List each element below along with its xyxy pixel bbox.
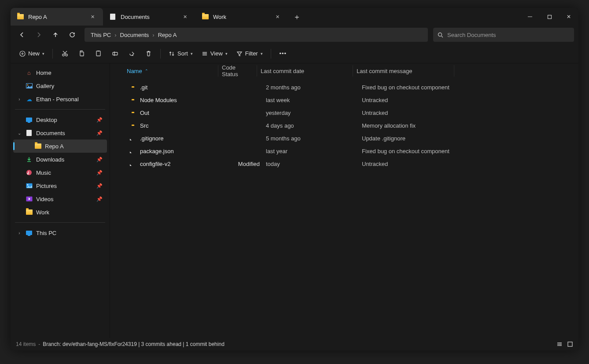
chevron-down-icon: ▾ bbox=[261, 51, 263, 56]
list-icon bbox=[556, 341, 563, 347]
search-icon bbox=[438, 32, 443, 38]
rename-button[interactable] bbox=[107, 47, 122, 61]
sidebar-item-videos[interactable]: Videos 📌 bbox=[13, 192, 107, 206]
table-row[interactable]: configfile-v2ModifiedtodayUntracked bbox=[110, 158, 578, 170]
cell-name: .git bbox=[140, 84, 226, 91]
view-button[interactable]: View ▾ bbox=[198, 47, 231, 61]
filter-icon bbox=[236, 51, 243, 57]
cell-date: today bbox=[266, 161, 362, 167]
maximize-button[interactable] bbox=[540, 8, 559, 26]
trash-icon bbox=[145, 50, 152, 57]
table-row[interactable]: Src4 days agoMemory allocation fix bbox=[110, 119, 578, 132]
breadcrumb-item[interactable]: Documents bbox=[118, 31, 151, 39]
column-code-status[interactable]: Code Status bbox=[218, 65, 257, 77]
sidebar-item-gallery[interactable]: Gallery bbox=[13, 79, 107, 92]
sidebar-item-home[interactable]: ⌂ Home bbox=[13, 66, 107, 79]
sort-icon bbox=[169, 51, 175, 57]
sidebar-item-label: Gallery bbox=[36, 83, 54, 89]
table-row[interactable]: Node Moduleslast weekUntracked bbox=[110, 94, 578, 107]
table-row[interactable]: package.jsonlast yearFixed bug on checko… bbox=[110, 145, 578, 158]
sort-button[interactable]: Sort ▾ bbox=[165, 47, 196, 61]
copy-button[interactable] bbox=[74, 47, 89, 61]
tab-close-button[interactable]: ✕ bbox=[272, 11, 283, 22]
sidebar-item-label: Home bbox=[36, 70, 52, 76]
sidebar-item-repo-a[interactable]: Repo A bbox=[13, 140, 107, 153]
sidebar-item-documents[interactable]: ⌄ Documents 📌 bbox=[13, 126, 107, 140]
tab-label: Work bbox=[213, 14, 268, 20]
table-row[interactable]: OutyesterdayUntracked bbox=[110, 107, 578, 119]
delete-button[interactable] bbox=[141, 47, 156, 61]
tab-documents[interactable]: Documents ✕ bbox=[103, 8, 195, 26]
minimize-button[interactable] bbox=[520, 8, 540, 26]
sidebar-item-pictures[interactable]: Pictures 📌 bbox=[13, 179, 107, 192]
pin-icon: 📌 bbox=[96, 117, 103, 123]
new-tab-button[interactable]: ＋ bbox=[288, 8, 306, 26]
cell-name: Src bbox=[140, 122, 226, 129]
details-view-button[interactable] bbox=[556, 341, 563, 347]
chevron-right-icon[interactable]: › bbox=[17, 231, 22, 235]
sidebar-item-music[interactable]: Music 📌 bbox=[13, 166, 107, 179]
column-last-commit-date[interactable]: Last commit date bbox=[257, 65, 353, 77]
svg-point-2 bbox=[438, 33, 442, 36]
table-row[interactable]: .gitignore5 months agoUpdate .gitignore bbox=[110, 132, 578, 145]
videos-icon bbox=[26, 195, 33, 202]
chevron-down-icon: ▾ bbox=[225, 51, 228, 56]
share-icon bbox=[129, 50, 135, 57]
sidebar-item-work[interactable]: Work bbox=[13, 206, 107, 219]
svg-rect-11 bbox=[80, 52, 84, 56]
desktop-icon bbox=[26, 116, 33, 123]
search-input[interactable] bbox=[447, 32, 570, 38]
breadcrumb[interactable]: This PC › Documents › Repo A bbox=[85, 28, 428, 42]
paste-button[interactable] bbox=[91, 47, 106, 61]
sidebar-item-label: Videos bbox=[36, 196, 54, 202]
rename-icon bbox=[112, 50, 118, 57]
refresh-button[interactable] bbox=[65, 28, 79, 42]
breadcrumb-item[interactable]: Repo A bbox=[156, 31, 179, 39]
tab-close-button[interactable]: ✕ bbox=[87, 11, 98, 22]
close-window-button[interactable]: ✕ bbox=[559, 8, 578, 26]
cut-button[interactable] bbox=[57, 47, 72, 61]
back-button[interactable] bbox=[15, 28, 29, 42]
chevron-down-icon[interactable]: ⌄ bbox=[17, 131, 22, 136]
share-button[interactable] bbox=[124, 47, 139, 61]
sidebar-item-this-pc[interactable]: › This PC bbox=[13, 226, 107, 239]
arrow-up-icon bbox=[52, 32, 59, 38]
more-icon: ••• bbox=[279, 50, 287, 57]
cell-date: yesterday bbox=[266, 110, 362, 116]
svg-point-7 bbox=[62, 54, 64, 56]
folder-icon bbox=[202, 13, 209, 20]
sidebar-item-downloads[interactable]: Downloads 📌 bbox=[13, 153, 107, 166]
column-name[interactable]: Name ⌃ bbox=[123, 65, 218, 77]
search-box[interactable] bbox=[433, 28, 574, 42]
column-last-commit-message[interactable]: Last commit message bbox=[353, 65, 454, 77]
sidebar-item-label: Pictures bbox=[36, 183, 57, 189]
sidebar-item-desktop[interactable]: Desktop 📌 bbox=[13, 113, 107, 126]
tab-work[interactable]: Work ✕ bbox=[195, 8, 288, 26]
svg-line-3 bbox=[442, 36, 443, 37]
chevron-right-icon[interactable]: › bbox=[17, 97, 22, 102]
divider bbox=[15, 109, 105, 110]
thumbnails-view-button[interactable] bbox=[567, 341, 573, 347]
column-label: Code Status bbox=[222, 64, 253, 77]
sort-asc-icon: ⌃ bbox=[145, 69, 148, 73]
separator: - bbox=[38, 341, 40, 347]
forward-button[interactable] bbox=[32, 28, 46, 42]
up-button[interactable] bbox=[48, 28, 63, 42]
new-icon bbox=[19, 51, 26, 57]
arrow-left-icon bbox=[19, 32, 25, 38]
tab-close-button[interactable]: ✕ bbox=[180, 11, 190, 22]
sidebar-item-label: Desktop bbox=[36, 117, 57, 123]
more-button[interactable]: ••• bbox=[276, 47, 291, 61]
table-row[interactable]: .git2 months agoFixed bug on checkout co… bbox=[110, 81, 578, 94]
tab-repo-a[interactable]: Repo A ✕ bbox=[11, 8, 103, 26]
breadcrumb-item[interactable]: This PC bbox=[89, 31, 113, 39]
titlebar: Repo A ✕ Documents ✕ Work ✕ ＋ ✕ bbox=[11, 8, 578, 26]
svg-point-8 bbox=[65, 54, 67, 56]
file-explorer-window: Repo A ✕ Documents ✕ Work ✕ ＋ ✕ bbox=[11, 8, 578, 350]
sidebar-item-onedrive[interactable]: › ☁ Ethan - Personal bbox=[13, 92, 107, 106]
chevron-right-icon: › bbox=[114, 32, 116, 38]
cell-msg: Memory allocation fix bbox=[362, 122, 578, 129]
filter-button[interactable]: Filter ▾ bbox=[233, 47, 266, 61]
pictures-icon bbox=[26, 182, 33, 189]
new-button[interactable]: New ▾ bbox=[16, 47, 48, 61]
